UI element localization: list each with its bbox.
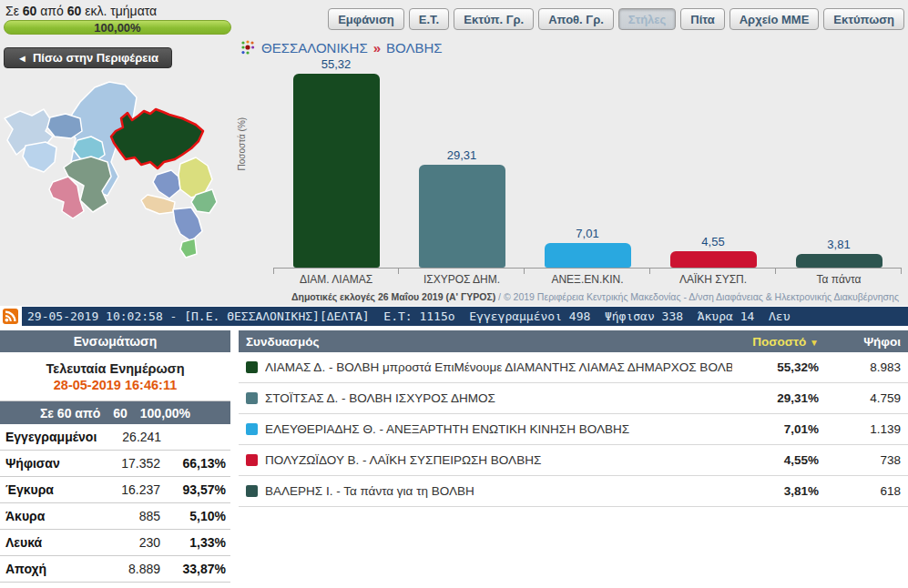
column-header-combination: Συνδυασμός	[246, 335, 732, 349]
bar-value-label: 29,31	[447, 148, 477, 162]
toolbar-button[interactable]: Ε.Τ.	[409, 8, 449, 30]
bar-category-label: ΛΑΪΚΗ ΣΥΣΠ.	[650, 273, 776, 286]
stat-percent: 93,57%	[160, 482, 226, 497]
candidate-name: ΒΑΛΕΡΗΣ Ι. - Τα πάντα για τη ΒΟΛΒΗ	[265, 484, 732, 498]
breadcrumb-municipality: ΒΟΛΒΗΣ	[386, 40, 443, 56]
bar-slot: 7,01	[525, 56, 650, 268]
last-update-block: Τελευταία Ενημέρωση 28-05-2019 16:46:11	[0, 352, 230, 401]
bar-value-label: 3,81	[827, 238, 850, 251]
candidate-name: ΠΟΛΥΖΩΪΔΟΥ Β. - ΛΑΪΚΗ ΣΥΣΠΕΙΡΩΣΗ ΒΟΛΒΗΣ	[265, 453, 732, 467]
bar	[670, 251, 757, 268]
toolbar-button[interactable]: Εμφάνιση	[328, 8, 404, 30]
result-votes: 8.983	[819, 360, 901, 374]
candidate-name: ΛΙΑΜΑΣ Δ. - ΒΟΛΒΗ μπροστά ΕπιΜένουμε ΔΙΑ…	[265, 360, 732, 374]
toolbar-button[interactable]: Στήλες	[618, 8, 676, 30]
sort-desc-icon: ▼	[810, 338, 819, 348]
summary-stat-row: Άκυρα 885 5,10%	[0, 503, 230, 530]
result-percent: 29,31%	[732, 391, 819, 405]
bar-category-label: ΙΣΧΥΡΟΣ ΔΗΜ.	[399, 273, 525, 286]
result-percent: 7,01%	[732, 422, 819, 436]
results-rows: ΛΙΑΜΑΣ Δ. - ΒΟΛΒΗ μπροστά ΕπιΜένουμε ΔΙΑ…	[239, 352, 908, 507]
summary-panel: Ενσωμάτωση Τελευταία Ενημέρωση 28-05-201…	[0, 330, 230, 583]
map-region[interactable]	[47, 114, 82, 138]
stat-value: 230	[95, 535, 160, 550]
toolbar-button[interactable]: Εκτύπωση	[823, 8, 904, 30]
summary-panel-title: Ενσωμάτωση	[0, 330, 230, 352]
toolbar-button[interactable]: Αρχείο ΜΜΕ	[729, 8, 820, 30]
result-percent: 3,81%	[732, 484, 819, 498]
results-table: Συνδυασμός Ποσοστό ▼ Ψήφοι ΛΙΑΜΑΣ Δ. - Β…	[239, 330, 908, 507]
precincts-count-in: 60	[23, 4, 37, 18]
chart-caption: Δημοτικές εκλογές 26 Μαΐου 2019 (Α' ΓΥΡΟ…	[291, 291, 899, 302]
breadcrumb-separator: »	[373, 40, 381, 56]
rss-icon[interactable]	[3, 309, 18, 324]
bar-category-label: Τα πάντα	[776, 273, 902, 286]
stat-label: Λευκά	[5, 535, 95, 550]
result-row[interactable]: ΠΟΛΥΖΩΪΔΟΥ Β. - ΛΑΪΚΗ ΣΥΣΠΕΙΡΩΣΗ ΒΟΛΒΗΣ …	[239, 445, 908, 476]
chart-y-axis-label: Ποσοστά (%)	[237, 158, 247, 171]
progress-percent: 100,00%	[94, 21, 140, 35]
bar-value-label: 55,32	[321, 57, 352, 71]
bar-chart-plot: 55,32 29,31 7,01 4,55	[273, 56, 902, 269]
stat-value: 26.241	[97, 430, 161, 444]
bar	[293, 74, 380, 268]
breadcrumb-region-link[interactable]: ΘΕΣΣΑΛΟΝΙΚΗΣ	[261, 40, 368, 56]
stat-label: Αποχή	[5, 562, 95, 576]
toolbar-button[interactable]: Πίτα	[680, 8, 724, 30]
result-row[interactable]: ΕΛΕΥΘΕΡΙΑΔΗΣ Θ. - ΑΝΕΞΑΡΤΗΤΗ ΕΝΩΤΙΚΗ ΚΙΝ…	[239, 414, 908, 445]
last-update-label: Τελευταία Ενημέρωση	[46, 361, 184, 376]
bar-slot: 29,31	[399, 56, 525, 268]
integration-progress-row: Σε 60 από 60 100,00%	[0, 401, 230, 424]
precincts-count-total: 60	[67, 4, 82, 18]
stat-label: Ψήφισαν	[5, 456, 95, 471]
result-votes: 4.759	[819, 391, 901, 405]
stat-label: Εγγεγραμμένοι	[5, 430, 97, 444]
stat-label: Άκυρα	[5, 509, 95, 523]
result-votes: 738	[819, 453, 901, 467]
result-row[interactable]: ΛΙΑΜΑΣ Δ. - ΒΟΛΒΗ μπροστά ΕπιΜένουμε ΔΙΑ…	[239, 352, 908, 383]
results-table-header: Συνδυασμός Ποσοστό ▼ Ψήφοι	[239, 330, 908, 352]
toolbar-button[interactable]: Εκτύπ. Γρ.	[454, 8, 534, 30]
integration-text: Σε 60 από	[40, 406, 100, 421]
bar-slot: 3,81	[776, 56, 902, 268]
integration-percent: 100,00%	[140, 406, 190, 421]
result-percent: 4,55%	[732, 453, 819, 467]
cluster-dots-icon	[240, 40, 256, 56]
stat-percent: 33,87%	[160, 562, 226, 576]
map-region[interactable]	[153, 170, 180, 198]
summary-stat-row: Λευκά 230 1,33%	[0, 530, 230, 556]
toolbar-button[interactable]: Αποθ. Γρ.	[538, 8, 614, 30]
result-row[interactable]: ΒΑΛΕΡΗΣ Ι. - Τα πάντα για τη ΒΟΛΒΗ 3,81%…	[239, 476, 908, 507]
stat-value: 885	[95, 509, 160, 523]
column-header-votes: Ψήφοι	[819, 335, 901, 349]
bar	[545, 243, 631, 268]
result-votes: 1.139	[819, 422, 901, 436]
candidate-name: ΣΤΟΪΤΣΑΣ Δ. - ΒΟΛΒΗ ΙΣΧΥΡΟΣ ΔΗΜΟΣ	[265, 391, 732, 405]
result-percent: 55,32%	[732, 360, 819, 374]
back-to-region-button[interactable]: ◄ Πίσω στην Περιφέρεια	[4, 47, 172, 68]
bar-slot: 55,32	[273, 56, 399, 268]
column-header-percent-sort[interactable]: Ποσοστό ▼	[732, 335, 819, 349]
summary-stat-row: Ψήφισαν 17.352 66,13%	[0, 451, 230, 477]
chart-caption-credit: / © 2019 Περιφέρεια Κεντρικής Μακεδονίας…	[495, 291, 899, 302]
map-region[interactable]	[23, 142, 56, 172]
stat-value: 17.352	[95, 456, 160, 471]
stat-percent: 66,13%	[160, 456, 226, 471]
last-update-timestamp: 28-05-2019 16:46:11	[54, 378, 177, 392]
result-row[interactable]: ΣΤΟΪΤΣΑΣ Δ. - ΒΟΛΒΗ ΙΣΧΥΡΟΣ ΔΗΜΟΣ 29,31%…	[239, 383, 908, 414]
chart-caption-title: Δημοτικές εκλογές 26 Μαΐου 2019 (Α' ΓΥΡΟ…	[291, 291, 495, 302]
party-color-swatch	[246, 485, 258, 497]
bar-category-label: ΔΙΑΜ. ΛΙΑΜΑΣ	[273, 273, 399, 286]
party-color-swatch	[246, 423, 258, 435]
bar-value-label: 7,01	[576, 227, 598, 240]
map-region[interactable]	[180, 238, 197, 258]
party-color-swatch	[246, 454, 258, 466]
stat-percent: 5,10%	[160, 509, 226, 523]
result-votes: 618	[819, 484, 901, 498]
party-color-swatch	[246, 392, 258, 404]
summary-stat-row: Αποχή 8.889 33,87%	[0, 556, 230, 583]
summary-stat-row: Έγκυρα 16.237 93,57%	[0, 477, 230, 503]
party-color-swatch	[246, 361, 258, 373]
bar-slot: 4,55	[650, 56, 776, 268]
map-region[interactable]	[173, 208, 202, 241]
